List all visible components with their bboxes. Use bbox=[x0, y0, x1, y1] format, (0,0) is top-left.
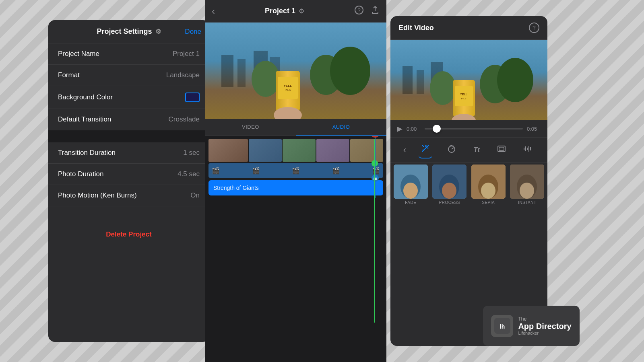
svg-rect-3 bbox=[221, 55, 233, 87]
video-thumb-3[interactable] bbox=[283, 139, 316, 162]
svg-point-49 bbox=[442, 183, 456, 199]
video-icons-row: 🎬 🎬 🎬 🎬 🎬 bbox=[208, 163, 383, 178]
filter-thumb-process bbox=[432, 165, 466, 199]
ps-value-format: Landscape bbox=[166, 71, 200, 79]
center-header-actions: ? bbox=[354, 5, 380, 17]
filter-label-instant: INSTANT bbox=[518, 200, 537, 205]
filter-item-instant[interactable]: INSTANT bbox=[509, 165, 546, 205]
timeline-bottom-handle[interactable] bbox=[372, 175, 379, 182]
ps-delete-button[interactable]: Delete Project bbox=[48, 222, 209, 247]
svg-line-36 bbox=[452, 145, 453, 146]
ps-value-transition-duration: 1 sec bbox=[183, 149, 200, 157]
playhead-record-circle[interactable] bbox=[370, 136, 380, 138]
rp-preview-svg: YELL PILS bbox=[390, 40, 547, 120]
svg-point-8 bbox=[330, 47, 370, 95]
center-help-icon[interactable]: ? bbox=[354, 5, 364, 17]
ps-label-background-color: Background Color bbox=[58, 93, 113, 101]
scrubber-line bbox=[374, 139, 375, 323]
svg-rect-38 bbox=[499, 147, 504, 150]
svg-point-55 bbox=[520, 183, 534, 199]
center-preview-svg: YELL PILS bbox=[205, 23, 386, 119]
rp-tool-text-button[interactable]: Tt bbox=[471, 144, 482, 156]
rp-seek-bar[interactable] bbox=[425, 128, 523, 130]
rp-time-end: 0:05 bbox=[527, 126, 541, 132]
svg-point-31 bbox=[423, 150, 424, 151]
tab-audio[interactable]: AUDIO bbox=[296, 119, 386, 136]
audio-track[interactable]: Strength of Giants bbox=[208, 180, 383, 195]
center-tab-bar: VIDEO AUDIO bbox=[205, 119, 386, 136]
center-video-preview: YELL PILS bbox=[205, 23, 386, 119]
filter-label-process: PROCESS bbox=[439, 200, 460, 205]
svg-text:YELL: YELL bbox=[284, 84, 292, 88]
svg-text:PILS: PILS bbox=[461, 97, 466, 100]
rp-progress-bar: ▶ 0:00 0:05 bbox=[390, 120, 547, 138]
cam-icon-1: 🎬 bbox=[212, 167, 220, 175]
video-strip bbox=[208, 139, 383, 162]
app-dir-logo-icon: lh bbox=[494, 318, 510, 334]
video-thumb-5[interactable] bbox=[350, 139, 383, 162]
svg-point-9 bbox=[252, 61, 280, 97]
cam-icon-3: 🎬 bbox=[292, 167, 300, 175]
center-header: ‹ Project 1 ⚙ ? bbox=[205, 0, 386, 23]
center-gear-icon[interactable]: ⚙ bbox=[299, 7, 304, 15]
ps-label-photo-duration: Photo Duration bbox=[58, 170, 103, 178]
ps-value-default-transition: Crossfade bbox=[169, 115, 200, 123]
cam-icon-4: 🎬 bbox=[332, 167, 340, 175]
app-dir-text: The App Directory Lifehacker bbox=[518, 316, 571, 335]
rp-seek-thumb[interactable] bbox=[433, 125, 441, 133]
filter-item-process[interactable]: PROCESS bbox=[431, 165, 469, 205]
filter-thumb-sepia bbox=[471, 165, 506, 199]
rp-tool-wand-button[interactable] bbox=[419, 142, 432, 158]
ps-done-button[interactable]: Done bbox=[185, 28, 201, 36]
center-preview-image: YELL PILS bbox=[205, 23, 386, 119]
ps-title-text: Project Settings bbox=[97, 27, 152, 36]
timeline-area: 🎬 🎬 🎬 🎬 🎬 Strength of Giants 🎙 bbox=[205, 136, 386, 362]
svg-text:YELL: YELL bbox=[460, 93, 468, 96]
ps-color-swatch[interactable] bbox=[185, 93, 200, 102]
rp-help-button[interactable]: ? bbox=[529, 23, 539, 33]
filter-label-fade: FADE bbox=[405, 200, 416, 205]
center-back-button[interactable]: ‹ bbox=[212, 6, 215, 17]
ps-row-project-name[interactable]: Project Name Project 1 bbox=[48, 43, 209, 65]
ps-row-transition-duration[interactable]: Transition Duration 1 sec bbox=[48, 142, 209, 164]
ps-title: Project Settings ⚙ bbox=[97, 27, 161, 36]
rp-tool-back-button[interactable]: ‹ bbox=[403, 145, 406, 155]
center-panel: ‹ Project 1 ⚙ ? bbox=[205, 0, 386, 362]
ps-label-transition-duration: Transition Duration bbox=[58, 149, 116, 157]
rp-tool-filter-button[interactable] bbox=[495, 142, 508, 158]
ps-label-default-transition: Default Transition bbox=[58, 115, 111, 123]
rp-tool-audio-button[interactable] bbox=[521, 142, 535, 158]
ps-row-photo-motion[interactable]: Photo Motion (Ken Burns) On bbox=[48, 185, 209, 206]
video-thumb-4[interactable] bbox=[316, 139, 349, 162]
rp-video-preview: YELL PILS bbox=[390, 40, 547, 120]
svg-point-29 bbox=[425, 145, 427, 147]
filter-item-sepia[interactable]: SEPIA bbox=[470, 165, 507, 205]
filter-item-fade[interactable]: FADE bbox=[392, 165, 429, 205]
ps-row-background-color[interactable]: Background Color bbox=[48, 86, 209, 109]
svg-rect-17 bbox=[417, 70, 424, 94]
ps-row-format[interactable]: Format Landscape bbox=[48, 65, 209, 86]
svg-text:?: ? bbox=[357, 7, 360, 13]
ps-gear-icon: ⚙ bbox=[155, 28, 161, 35]
svg-point-52 bbox=[481, 183, 495, 199]
rp-tool-speed-button[interactable] bbox=[445, 142, 458, 158]
ps-row-photo-duration[interactable]: Photo Duration 4.5 sec bbox=[48, 164, 209, 185]
ps-label-project-name: Project Name bbox=[58, 50, 99, 58]
filter-thumb-instant bbox=[510, 165, 544, 199]
video-thumb-2[interactable] bbox=[249, 139, 282, 162]
rp-time-start: 0:00 bbox=[407, 126, 421, 132]
app-dir-icon-box: lh bbox=[491, 315, 513, 337]
filter-label-sepia: SEPIA bbox=[482, 200, 495, 205]
tab-video[interactable]: VIDEO bbox=[205, 119, 296, 136]
svg-rect-16 bbox=[402, 66, 413, 94]
video-thumb-1[interactable] bbox=[208, 139, 248, 162]
svg-rect-23 bbox=[455, 86, 473, 106]
ps-value-project-name: Project 1 bbox=[173, 50, 200, 58]
ps-row-default-transition[interactable]: Default Transition Crossfade bbox=[48, 109, 209, 130]
rp-play-button[interactable]: ▶ bbox=[397, 124, 402, 133]
svg-point-46 bbox=[403, 183, 418, 199]
center-share-icon[interactable] bbox=[370, 5, 380, 17]
app-dir-the-label: The bbox=[518, 316, 571, 322]
cam-icon-5: 🎬 bbox=[372, 167, 380, 175]
svg-point-30 bbox=[427, 148, 429, 149]
